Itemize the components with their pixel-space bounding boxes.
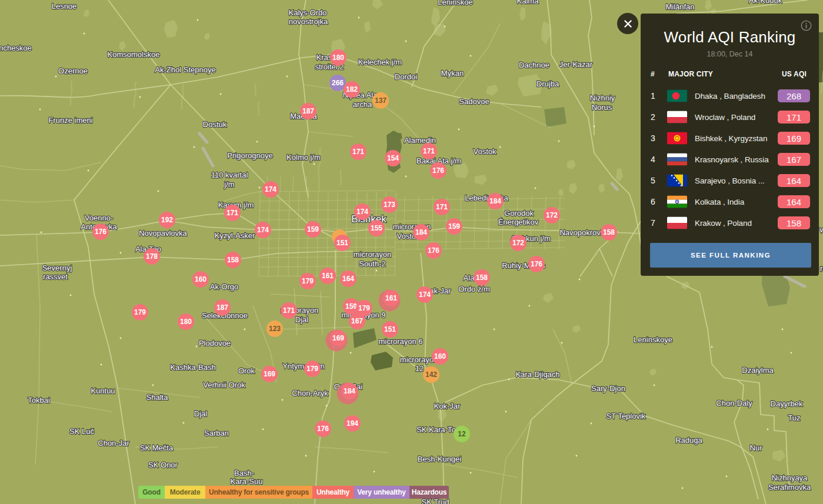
svg-text:184: 184 xyxy=(415,228,427,236)
svg-text:179: 179 xyxy=(134,308,146,316)
svg-text:Dzaiylma: Dzaiylma xyxy=(742,366,774,375)
svg-text:Tokbai: Tokbai xyxy=(28,396,50,405)
svg-text:Kuntuu: Kuntuu xyxy=(91,386,115,395)
svg-text:Milânfan: Milânfan xyxy=(665,2,694,11)
svg-text:Gorodok: Gorodok xyxy=(504,209,534,218)
svg-text:Ordo ż/m: Ordo ż/m xyxy=(458,285,489,293)
svg-text:110 kvartal: 110 kvartal xyxy=(211,171,248,179)
svg-text:Nur: Nur xyxy=(750,443,763,452)
svg-text:174: 174 xyxy=(257,226,269,234)
svg-text:151: 151 xyxy=(336,239,348,247)
svg-text:184: 184 xyxy=(489,197,501,205)
svg-text:Ak-Zhol Stepnoye: Ak-Zhol Stepnoye xyxy=(155,65,215,74)
svg-text:Kara-Djigach: Kara-Djigach xyxy=(515,370,559,379)
svg-text:Raduga: Raduga xyxy=(675,436,702,445)
svg-text:12: 12 xyxy=(458,430,466,438)
svg-text:j/m: j/m xyxy=(224,180,234,189)
svg-text:Dayyrbek: Dayyrbek xyxy=(771,399,803,408)
svg-text:microrayon 6: microrayon 6 xyxy=(378,337,422,346)
svg-text:176: 176 xyxy=(531,260,542,268)
svg-text:Serafimovka: Serafimovka xyxy=(768,483,811,492)
svg-text:Kalys-Ordo: Kalys-Ordo xyxy=(288,8,326,17)
svg-text:Chon-Jar: Chon-Jar xyxy=(98,439,129,448)
svg-text:Djal: Djal xyxy=(194,409,208,418)
svg-text:187: 187 xyxy=(302,107,314,115)
svg-text:ve: ve xyxy=(819,225,823,234)
svg-text:180: 180 xyxy=(180,318,192,326)
svg-text:Leninskoe: Leninskoe xyxy=(438,0,472,6)
svg-text:169: 169 xyxy=(264,370,275,378)
svg-text:SK Luč: SK Luč xyxy=(69,427,94,436)
svg-text:Sarban: Sarban xyxy=(204,429,229,438)
svg-text:Drujba: Drujba xyxy=(537,79,559,88)
svg-text:Dachnoe: Dachnoe xyxy=(519,61,549,69)
svg-text:12: 12 xyxy=(415,364,424,373)
svg-text:Tuz: Tuz xyxy=(788,413,800,422)
svg-text:137: 137 xyxy=(375,96,386,105)
svg-text:Énergetikov: Énergetikov xyxy=(498,218,539,226)
svg-text:174: 174 xyxy=(356,208,368,216)
svg-text:184: 184 xyxy=(344,387,355,395)
svg-text:Frunze imeni: Frunze imeni xyxy=(48,116,92,125)
svg-text:Orok: Orok xyxy=(238,366,255,375)
svg-text:SK Mečta: SK Mečta xyxy=(140,443,174,452)
svg-text:161: 161 xyxy=(385,294,397,302)
svg-text:microrayon: microrayon xyxy=(354,250,391,259)
svg-text:158: 158 xyxy=(227,256,239,264)
svg-text:171: 171 xyxy=(352,148,364,156)
svg-text:192: 192 xyxy=(161,216,173,224)
svg-text:Djal: Djal xyxy=(295,315,309,324)
svg-text:SK Kara-Too: SK Kara-Too xyxy=(417,425,460,434)
svg-text:Leninskoye: Leninskoye xyxy=(634,335,672,344)
svg-text:Dostuk: Dostuk xyxy=(203,120,227,129)
svg-text:171: 171 xyxy=(283,306,295,315)
svg-text:Mykan: Mykan xyxy=(441,69,464,78)
svg-text:151: 151 xyxy=(384,325,396,333)
svg-text:173: 173 xyxy=(384,201,395,209)
svg-text:176: 176 xyxy=(317,425,329,433)
svg-text:172: 172 xyxy=(546,211,558,219)
svg-text:Kok-Jar: Kok-Jar xyxy=(434,402,461,410)
svg-text:123: 123 xyxy=(269,325,281,333)
svg-text:178: 178 xyxy=(146,252,158,261)
svg-text:Ak-Kuduk: Ak-Kuduk xyxy=(749,0,782,5)
svg-text:179: 179 xyxy=(358,304,370,312)
svg-text:SK Onor: SK Onor xyxy=(148,460,178,469)
svg-text:194: 194 xyxy=(346,419,358,428)
svg-text:Dordoi: Dordoi xyxy=(395,72,417,81)
svg-text:159: 159 xyxy=(307,225,319,233)
svg-text:160: 160 xyxy=(434,352,446,361)
svg-text:171: 171 xyxy=(423,147,435,155)
svg-text:154: 154 xyxy=(387,154,399,162)
svg-text:archa: archa xyxy=(353,100,372,109)
svg-text:ra: ra xyxy=(820,264,823,273)
svg-text:Chon-Daly: Chon-Daly xyxy=(716,399,752,408)
svg-text:176: 176 xyxy=(95,228,106,236)
svg-text:164: 164 xyxy=(342,275,354,283)
svg-text:159: 159 xyxy=(448,222,460,231)
svg-text:Kashka-Bash: Kashka-Bash xyxy=(170,363,215,372)
svg-text:142: 142 xyxy=(425,371,437,379)
svg-text:Norus: Norus xyxy=(592,103,612,112)
svg-text:Kara-Suu: Kara-Suu xyxy=(231,477,263,486)
svg-text:169: 169 xyxy=(332,334,344,342)
svg-text:160: 160 xyxy=(195,275,206,283)
svg-text:Severnyj: Severnyj xyxy=(42,263,72,272)
svg-text:176: 176 xyxy=(432,166,444,175)
svg-text:Jer-Kazar: Jer-Kazar xyxy=(559,60,593,69)
svg-text:159: 159 xyxy=(345,302,357,311)
svg-text:Kalma: Kalma xyxy=(517,0,539,5)
svg-text:Kelechek j/m: Kelechek j/m xyxy=(358,58,402,66)
svg-text:172: 172 xyxy=(512,239,524,247)
svg-text:161: 161 xyxy=(322,272,334,280)
svg-text:ncheskoe: ncheskoe xyxy=(0,44,32,52)
svg-text:Bash-: Bash- xyxy=(234,469,254,478)
svg-text:Nizhnyaya: Nizhnyaya xyxy=(772,473,808,482)
svg-text:Chon-Aryk: Chon-Aryk xyxy=(292,389,328,398)
svg-text:Kolmo j/m: Kolmo j/m xyxy=(286,153,321,162)
svg-text:Nizhniy: Nizhniy xyxy=(590,94,615,102)
svg-text:Komsomolskoe: Komsomolskoe xyxy=(108,50,160,59)
svg-text:158: 158 xyxy=(476,273,488,282)
svg-text:Ala: Ala xyxy=(464,273,475,282)
svg-text:Lesnoe: Lesnoe xyxy=(52,2,77,11)
